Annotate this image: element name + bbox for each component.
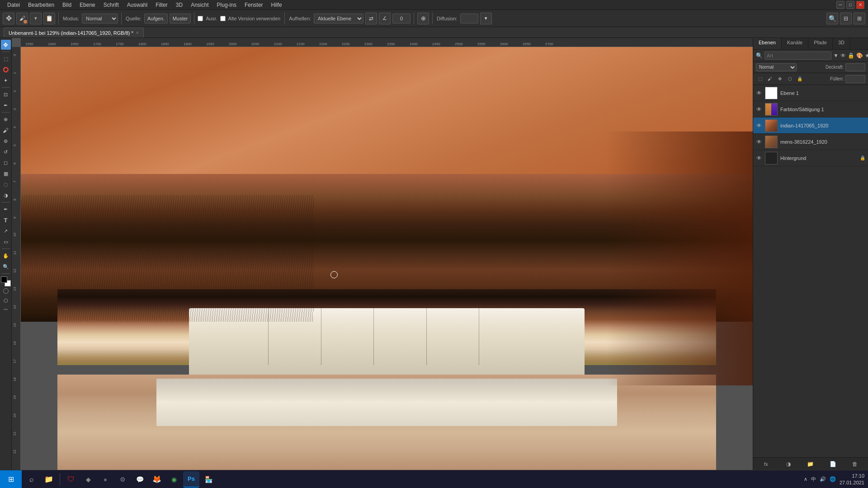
alte-version-checkbox[interactable]: [220, 16, 226, 21]
flip-icon[interactable]: ⇄: [365, 13, 377, 24]
tab-3d[interactable]: 3D: [833, 38, 850, 49]
minimize-btn[interactable]: ─: [836, 1, 844, 9]
move-tool[interactable]: ✥: [1, 40, 11, 50]
mode-select[interactable]: Normal: [82, 14, 118, 23]
taskbar-search[interactable]: ⌕: [24, 471, 40, 488]
dodge-tool[interactable]: ◑: [1, 190, 11, 200]
network-icon[interactable]: 🌐: [830, 476, 836, 482]
pen-tool[interactable]: ✒: [1, 204, 11, 214]
crop-tool[interactable]: ⊡: [1, 89, 11, 99]
tab-ebenen[interactable]: Ebenen: [753, 38, 782, 49]
canvas-area[interactable]: // Ruler ticks will be rendered via JS b…: [12, 38, 753, 470]
shape-tool[interactable]: ▭: [1, 237, 11, 247]
fill-input[interactable]: 100%: [845, 75, 865, 83]
menu-filter[interactable]: Filter: [152, 1, 171, 9]
chevron-up-icon[interactable]: ∧: [804, 476, 807, 482]
tab-pfade[interactable]: Pfade: [808, 38, 833, 49]
screen-mode[interactable]: ⬡: [1, 296, 11, 305]
diffusion-dropdown[interactable]: ▼: [480, 13, 492, 24]
start-button[interactable]: ⊞: [0, 470, 22, 488]
taskbar-photoshop[interactable]: Ps: [183, 471, 199, 488]
clone-icon[interactable]: ⊕: [417, 13, 429, 24]
layer-item-hintergrund[interactable]: 👁 Hintergrund 🔒: [753, 150, 868, 166]
menu-bild[interactable]: Bild: [59, 1, 75, 9]
menu-fenster[interactable]: Fenster: [241, 1, 267, 9]
blur-tool[interactable]: ◌: [1, 179, 11, 189]
maximize-btn[interactable]: □: [846, 1, 854, 9]
ausrichten-checkbox[interactable]: [198, 16, 203, 21]
color-swatches[interactable]: [1, 277, 11, 286]
magic-wand-tool[interactable]: ✦: [1, 75, 11, 85]
close-btn[interactable]: ✕: [856, 1, 864, 9]
lock-move-icon[interactable]: ✥: [776, 75, 784, 83]
delete-layer-btn[interactable]: 🗑: [850, 460, 859, 469]
lock-artboard-icon[interactable]: ⬡: [786, 75, 794, 83]
zoom-tool[interactable]: 🔍: [1, 262, 11, 272]
brush-size-icon[interactable]: ▼: [30, 13, 42, 24]
stamp-tool[interactable]: ⊛: [1, 136, 11, 146]
eraser-tool[interactable]: ◻: [1, 158, 11, 168]
history-tool[interactable]: ↺: [1, 147, 11, 157]
group-layer-btn[interactable]: 📁: [806, 460, 815, 469]
keyboard-icon[interactable]: 中: [811, 476, 816, 483]
taskbar-chat[interactable]: 💬: [132, 471, 148, 488]
hand-tool[interactable]: ✋: [1, 251, 11, 261]
menu-3d[interactable]: 3D: [172, 1, 186, 9]
brush-tool[interactable]: 🖌: [1, 125, 11, 135]
lock-all-icon[interactable]: 🔒: [796, 75, 804, 83]
workspace-icon[interactable]: ⊞: [854, 13, 865, 24]
lock-icon[interactable]: 🔒: [848, 52, 854, 60]
healing-tool[interactable]: ⊕: [1, 114, 11, 124]
menu-auswahl[interactable]: Auswahl: [123, 1, 151, 9]
menu-schrift[interactable]: Schrift: [100, 1, 123, 9]
taskbar-chrome[interactable]: ◉: [166, 471, 182, 488]
aufgen-btn[interactable]: Aufgen.: [144, 14, 168, 23]
taskbar-settings[interactable]: ⚙: [114, 471, 131, 488]
diffusion-input[interactable]: 5: [460, 14, 478, 23]
arrange-icon[interactable]: ⊟: [840, 13, 852, 24]
lock-brush-icon[interactable]: 🖌: [766, 75, 774, 83]
layer-item-farbe[interactable]: 👁 Farbton/Sättigung 1: [753, 101, 868, 117]
text-tool[interactable]: T: [1, 215, 11, 225]
document-tab[interactable]: Unbenannt-1 bei 129% (indian-1417065_192…: [4, 28, 144, 38]
effect-icon[interactable]: ★: [865, 52, 868, 60]
blend-mode-select[interactable]: Normal: [756, 63, 797, 71]
layer-search-input[interactable]: [764, 52, 831, 60]
rect-select-tool[interactable]: ⬚: [1, 54, 11, 64]
visibility-toggle-farbe[interactable]: 👁: [756, 106, 762, 113]
visibility-toggle-indian[interactable]: 👁: [756, 122, 762, 129]
visibility-toggle-mens[interactable]: 👁: [756, 139, 762, 145]
lasso-tool[interactable]: ⭕: [1, 65, 11, 75]
angle-input[interactable]: [392, 14, 410, 23]
eyedropper-tool[interactable]: ✒: [1, 100, 11, 110]
menu-plugins[interactable]: Plug-ins: [213, 1, 240, 9]
taskbar-store[interactable]: 🏪: [200, 471, 217, 488]
menu-ansicht[interactable]: Ansicht: [187, 1, 212, 9]
volume-icon[interactable]: 🔊: [820, 476, 826, 482]
filter-icon[interactable]: ▼: [833, 52, 839, 60]
muster-btn[interactable]: Muster: [170, 14, 191, 23]
clock[interactable]: 17:10 27.01.2021: [840, 473, 864, 486]
path-select-tool[interactable]: ↗: [1, 226, 11, 236]
lock-transparent-icon[interactable]: ⬚: [756, 75, 764, 83]
create-new-icon[interactable]: 📋: [43, 13, 55, 24]
gradient-tool[interactable]: ▦: [1, 169, 11, 178]
layer-item-mens[interactable]: 👁 mens-3816224_1920: [753, 134, 868, 150]
taskbar-firefox[interactable]: 🦊: [149, 471, 165, 488]
brush-icon[interactable]: 🖌: [16, 13, 28, 24]
tool-options-icon[interactable]: ✥: [3, 13, 14, 24]
canvas-image[interactable]: [21, 47, 753, 470]
fx-button[interactable]: fx: [762, 460, 771, 469]
opacity-input[interactable]: 100%: [845, 63, 865, 71]
extras-btn[interactable]: •••: [4, 306, 8, 313]
angle-icon[interactable]: ∠: [379, 13, 391, 24]
layer-item-ebene1[interactable]: 👁 Ebene 1: [753, 85, 868, 101]
menu-bearbeiten[interactable]: Bearbeiten: [24, 1, 58, 9]
eye-icon[interactable]: 👁: [840, 52, 846, 60]
new-layer-btn[interactable]: 📄: [828, 460, 837, 469]
visibility-toggle-ebene1[interactable]: 👁: [756, 90, 762, 96]
taskbar-antivirus[interactable]: 🛡: [63, 471, 79, 488]
visibility-toggle-hintergrund[interactable]: 👁: [756, 155, 762, 161]
adjustment-layer-btn[interactable]: ◑: [784, 460, 793, 469]
taskbar-files[interactable]: 📁: [41, 471, 57, 488]
